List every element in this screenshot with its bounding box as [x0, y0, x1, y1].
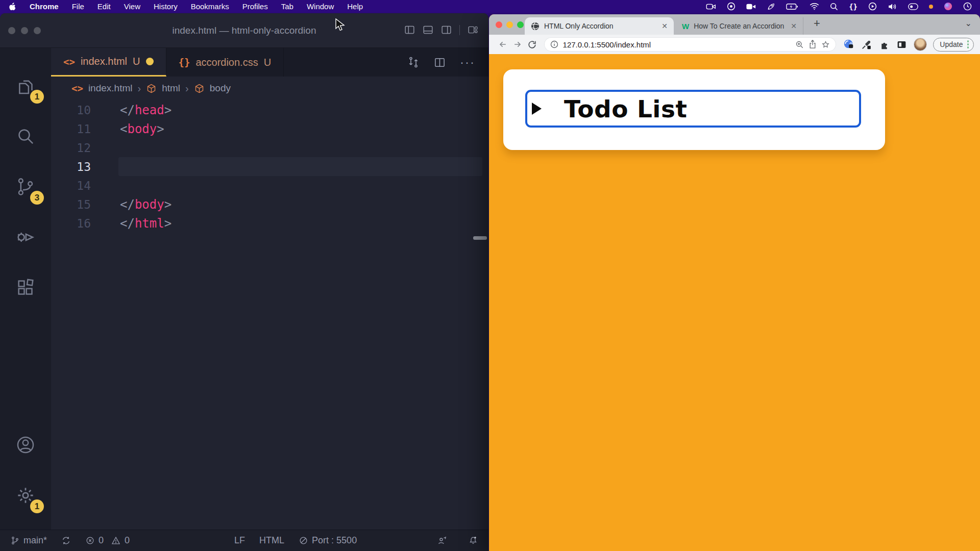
live-server-status[interactable]: Port : 5500 [299, 535, 357, 546]
menu-item-file[interactable]: File [72, 2, 84, 11]
profile-avatar[interactable] [914, 38, 927, 51]
reload-icon[interactable] [525, 40, 540, 49]
browser-menu-kebab-icon[interactable] [967, 40, 969, 48]
new-tab-button[interactable]: + [814, 17, 820, 30]
chrome-tab-html-only-accordion[interactable]: HTML Only Accordion ✕ [525, 17, 674, 35]
feedback-icon[interactable] [437, 536, 448, 546]
minimize-window-button[interactable] [21, 27, 28, 34]
tab-label: accordion.css [195, 57, 258, 68]
source-control-item[interactable]: 3 [0, 161, 51, 212]
menubar-left: Chrome File Edit View History Bookmarks … [8, 2, 363, 11]
menu-item-history[interactable]: History [154, 2, 178, 11]
back-icon[interactable] [495, 39, 510, 49]
toggle-panel-left-icon[interactable] [404, 24, 415, 35]
warnings-status[interactable]: 0 [111, 535, 130, 546]
code-editor[interactable]: 10 </head> 11 <body> 12 13 14 [51, 100, 488, 530]
chrome-toolbar: 127.0.0.1:5500/index.html [489, 35, 980, 54]
modified-indicator: U [133, 56, 140, 67]
zoom-icon[interactable] [795, 40, 804, 49]
address-bar[interactable]: 127.0.0.1:5500/index.html [544, 37, 837, 52]
explorer-item[interactable]: 1 [0, 60, 51, 111]
site-info-icon[interactable] [550, 40, 558, 48]
privacy-extension-icon[interactable] [843, 39, 854, 50]
menu-item-help[interactable]: Help [347, 2, 363, 11]
git-branch-status[interactable]: main* [10, 535, 47, 546]
close-window-button[interactable] [496, 21, 502, 28]
rocket-icon[interactable] [767, 2, 775, 11]
breadcrumb-body[interactable]: body [210, 83, 231, 94]
breadcrumb-file[interactable]: index.html [88, 83, 133, 94]
menu-item-window[interactable]: Window [307, 2, 334, 11]
menu-item-bookmarks[interactable]: Bookmarks [191, 2, 229, 11]
menu-item-chrome[interactable]: Chrome [30, 2, 59, 11]
code-tag: html [135, 216, 164, 231]
tab-index-html[interactable]: <> index.html U [51, 48, 166, 77]
open-changes-icon[interactable] [407, 56, 420, 68]
siri-icon[interactable] [944, 2, 952, 11]
customize-layout-icon[interactable] [468, 24, 478, 35]
accounts-item[interactable] [0, 419, 51, 470]
menubar-status-icons: {} [706, 2, 972, 11]
language-mode-status[interactable]: HTML [259, 535, 284, 546]
chrome-tab-how-to-create-accordion[interactable]: W How To Create an Accordion ✕ [676, 17, 803, 35]
current-line-highlight [118, 157, 482, 176]
update-button[interactable]: Update [933, 38, 974, 52]
close-tab-icon[interactable]: ✕ [662, 22, 668, 30]
code-punct: < [120, 122, 127, 136]
breadcrumb-html[interactable]: html [162, 83, 180, 94]
unsaved-dot-icon[interactable] [146, 58, 154, 65]
vscode-titlebar[interactable]: index.html — html-only-accordion [0, 13, 488, 48]
notifications-bell-icon[interactable] [468, 535, 478, 546]
control-center-icon[interactable] [908, 3, 918, 10]
play-circle-icon[interactable] [868, 2, 877, 11]
sync-status[interactable] [61, 536, 71, 545]
share-icon[interactable] [808, 40, 817, 49]
apple-logo-icon[interactable] [8, 2, 16, 11]
bookmark-star-icon[interactable] [821, 40, 830, 49]
menu-item-profiles[interactable]: Profiles [242, 2, 268, 11]
run-debug-item[interactable] [0, 212, 51, 262]
menu-item-tab[interactable]: Tab [281, 2, 293, 11]
facetime-camera-icon[interactable] [746, 3, 756, 10]
menu-item-edit[interactable]: Edit [97, 2, 111, 11]
spotlight-search-icon[interactable] [830, 3, 838, 11]
resize-handle[interactable] [473, 236, 487, 240]
code-tag: body [135, 197, 164, 212]
side-panel-extension-icon[interactable] [896, 39, 907, 50]
extensions-item[interactable] [0, 262, 51, 313]
volume-icon[interactable] [888, 3, 897, 11]
more-actions-icon[interactable]: ··· [460, 55, 475, 69]
record-circle-icon[interactable] [727, 2, 736, 11]
settings-item[interactable]: 1 [0, 470, 51, 520]
details-marker-icon[interactable] [532, 103, 542, 115]
zoom-window-button[interactable] [517, 21, 524, 28]
split-editor-icon[interactable] [434, 57, 446, 68]
close-tab-icon[interactable]: ✕ [791, 22, 797, 30]
code-line-12: 12 [51, 138, 488, 157]
toggle-panel-bottom-icon[interactable] [423, 24, 433, 35]
close-window-button[interactable] [8, 27, 15, 34]
accordion-summary[interactable]: Todo List [525, 90, 861, 128]
extensions-puzzle-icon[interactable] [879, 39, 890, 50]
vscode-body: 1 3 [0, 48, 488, 530]
battery-charging-icon[interactable] [786, 3, 799, 10]
menu-item-view[interactable]: View [124, 2, 140, 11]
tab-accordion-css[interactable]: {} accordion.css U [166, 48, 284, 77]
zoom-window-button[interactable] [34, 27, 41, 34]
url-text[interactable]: 127.0.0.1:5500/index.html [563, 40, 791, 49]
tab-overflow-chevron-icon[interactable]: ⌄ [965, 18, 972, 28]
clock-icon[interactable] [963, 2, 972, 11]
errors-status[interactable]: 0 [85, 535, 104, 546]
chrome-tab-strip[interactable]: HTML Only Accordion ✕ W How To Create an… [489, 14, 980, 35]
eol-status[interactable]: LF [234, 535, 245, 546]
wifi-icon[interactable] [810, 3, 819, 10]
screen-record-icon[interactable] [706, 3, 716, 11]
forward-icon[interactable] [510, 39, 525, 49]
dev-brackets-icon[interactable]: {} [849, 3, 857, 11]
code-tag: head [135, 103, 164, 117]
colorpicker-extension-icon[interactable] [861, 39, 872, 50]
search-item[interactable] [0, 111, 51, 161]
minimize-window-button[interactable] [506, 21, 513, 28]
extensions-row [843, 38, 927, 51]
toggle-panel-right-icon[interactable] [441, 24, 452, 35]
